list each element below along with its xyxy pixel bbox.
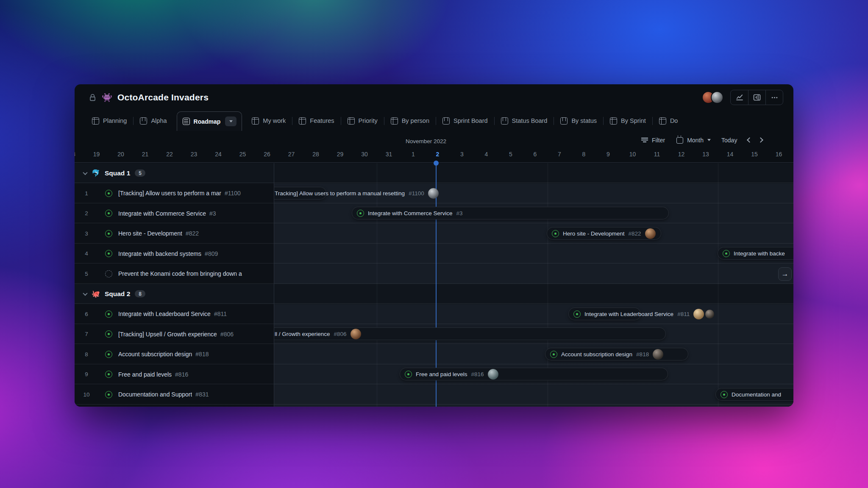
roadmap-bar-8[interactable]: Account subscription design #818 <box>545 348 688 360</box>
assignee-avatar[interactable] <box>704 309 715 319</box>
timeline-header: November 2022 Filter Month Today 1819202… <box>75 131 793 163</box>
open-issue-icon <box>105 311 112 318</box>
date-cell[interactable]: 16 <box>776 151 782 158</box>
date-cell[interactable]: 8 <box>582 151 586 158</box>
line-chart-icon <box>736 94 743 101</box>
open-issue-icon <box>105 330 112 338</box>
roadmap-bar-6[interactable]: Integrate with Leaderboard Service #811 <box>568 308 641 320</box>
insights-button[interactable] <box>731 90 748 105</box>
open-issue-icon <box>573 311 581 318</box>
prev-page-button[interactable] <box>748 138 751 142</box>
date-cell[interactable]: 24 <box>215 151 222 158</box>
today-marker-dot <box>434 161 439 166</box>
open-issue-icon <box>721 391 728 398</box>
row-item-7[interactable]: 7 [Tracking] Upsell / Growth experience … <box>75 324 274 344</box>
jump-to-bar-button[interactable]: → <box>778 267 792 281</box>
date-cell[interactable]: 10 <box>629 151 636 158</box>
tab-features[interactable]: Features <box>292 117 340 125</box>
row-item-6[interactable]: 6 Integrate with Leaderboard Service #81… <box>75 304 274 324</box>
roadmap-bar-10[interactable]: Documentation and <box>715 388 793 401</box>
date-cell[interactable]: 30 <box>361 151 368 158</box>
tab-alpha[interactable]: Alpha <box>134 117 173 125</box>
open-issue-icon <box>105 391 112 398</box>
group-header-squad-1[interactable]: 🐬 Squad 1 5 <box>75 163 274 183</box>
date-cell[interactable]: 9 <box>606 151 610 158</box>
date-cell[interactable]: 4 <box>485 151 488 158</box>
date-cell[interactable]: 6 <box>534 151 537 158</box>
date-cell[interactable]: 3 <box>460 151 464 158</box>
date-cell[interactable]: 11 <box>654 151 660 158</box>
tab-options-button[interactable] <box>225 116 236 126</box>
tab-roadmap-selected[interactable]: Roadmap <box>177 111 242 131</box>
roadmap-board: Tracking] Allow users to perform a manua… <box>75 163 793 407</box>
tab-planning[interactable]: Planning <box>86 117 133 125</box>
zoom-level-dropdown[interactable]: Month <box>676 136 711 144</box>
date-cell[interactable]: 28 <box>312 151 319 158</box>
side-panel-button[interactable] <box>748 90 765 105</box>
date-cell[interactable]: 23 <box>191 151 198 158</box>
tab-my-work[interactable]: My work <box>245 117 292 125</box>
open-issue-icon <box>105 371 112 378</box>
roadmap-bar-9[interactable]: Free and paid levels #816 <box>400 368 668 380</box>
assignee-avatar[interactable] <box>488 369 498 380</box>
row-item-3[interactable]: 3 Hero site - Development #822 <box>75 224 274 244</box>
tab-clipped[interactable]: Do <box>653 117 684 125</box>
tab-by-sprint[interactable]: By Sprint <box>604 117 652 125</box>
row-item-5[interactable]: 5 Prevent the Konami code from bringing … <box>75 264 274 284</box>
date-cell[interactable]: 27 <box>288 151 295 158</box>
roadmap-bar-3[interactable]: Hero site - Development #822 <box>547 227 661 240</box>
assignee-avatar[interactable] <box>351 329 361 339</box>
roadmap-bar-4[interactable]: Integrate with backe <box>718 247 793 260</box>
roadmap-bar-2[interactable]: Integrate with Commerce Service #3 <box>352 207 669 219</box>
month-label: November 2022 <box>406 138 446 144</box>
date-cell[interactable]: 1 <box>412 151 415 158</box>
next-page-button[interactable] <box>759 138 762 142</box>
assignee-avatar[interactable] <box>693 309 704 319</box>
group-header-squad-2[interactable]: 🐙 Squad 2 8 <box>75 284 274 304</box>
date-cell[interactable]: 25 <box>239 151 246 158</box>
date-cell[interactable]: 7 <box>558 151 561 158</box>
assignee-avatar[interactable] <box>653 349 663 360</box>
assignee-avatar[interactable] <box>428 188 439 199</box>
tab-by-status[interactable]: By status <box>554 117 603 125</box>
tab-by-person[interactable]: By person <box>384 117 436 125</box>
roadmap-bar-7[interactable]: ll / Growth experience #806 <box>261 327 666 340</box>
group-emoji: 🐙 <box>92 290 100 298</box>
tab-status-board[interactable]: Status Board <box>495 117 554 125</box>
table-icon <box>252 117 259 125</box>
chevron-down-icon[interactable] <box>83 291 87 296</box>
row-item-8[interactable]: 8 Account subscription design #818 <box>75 344 274 365</box>
date-cell[interactable]: 12 <box>678 151 685 158</box>
assignee-avatar[interactable] <box>645 228 656 239</box>
date-cell[interactable]: 18 <box>75 151 75 158</box>
row-item-9[interactable]: 9 Free and paid levels #816 <box>75 364 274 385</box>
tab-priority[interactable]: Priority <box>341 117 384 125</box>
board-icon <box>501 117 508 125</box>
today-button[interactable]: Today <box>721 137 737 144</box>
row-item-1[interactable]: 1 [Tracking] Allow users to perform a ma… <box>75 183 274 204</box>
date-cell[interactable]: 5 <box>509 151 512 158</box>
tab-sprint-board[interactable]: Sprint Board <box>436 117 494 125</box>
row-item-2[interactable]: 2 Integrate with Commerce Service #3 <box>75 203 274 224</box>
date-cell[interactable]: 19 <box>93 151 100 158</box>
date-cell[interactable]: 22 <box>166 151 173 158</box>
date-cell[interactable]: 15 <box>751 151 758 158</box>
date-cell[interactable]: 13 <box>702 151 709 158</box>
date-cell[interactable]: 29 <box>337 151 344 158</box>
date-cell[interactable]: 2 <box>436 151 440 158</box>
avatar[interactable] <box>711 91 723 104</box>
chevron-down-icon[interactable] <box>83 170 87 175</box>
date-cell[interactable]: 26 <box>264 151 270 158</box>
filter-button[interactable]: Filter <box>641 137 665 144</box>
collaborator-avatars[interactable] <box>702 91 723 104</box>
draft-issue-icon <box>105 270 112 277</box>
date-cell[interactable]: 31 <box>386 151 392 158</box>
board-icon <box>140 117 147 125</box>
date-cell[interactable]: 14 <box>727 151 734 158</box>
table-icon <box>299 117 306 125</box>
row-item-4[interactable]: 4 Integrate with backend systems #809 <box>75 244 274 264</box>
date-cell[interactable]: 21 <box>142 151 149 158</box>
more-options-button[interactable] <box>765 90 783 105</box>
date-cell[interactable]: 20 <box>117 151 124 158</box>
row-item-10[interactable]: 10 Documentation and Support #831 <box>75 385 274 405</box>
